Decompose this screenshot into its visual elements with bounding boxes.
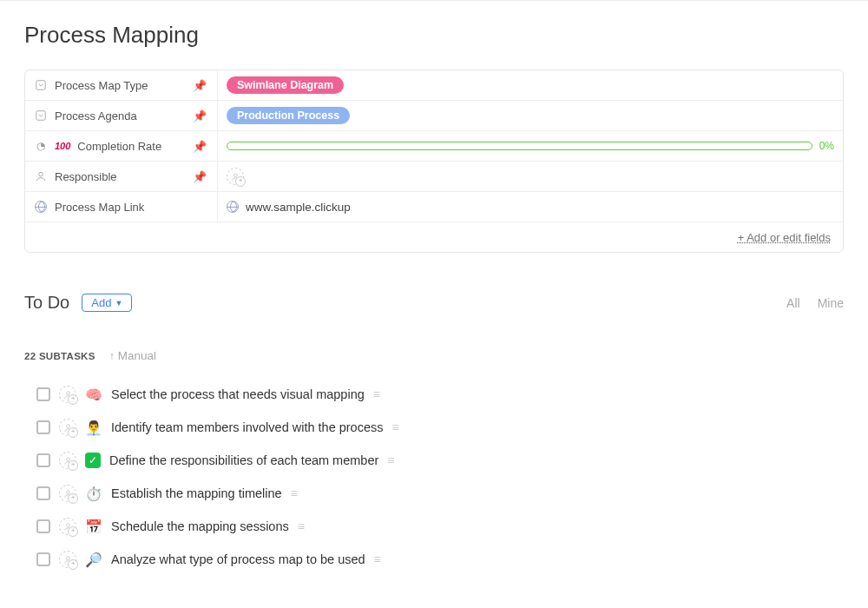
tag-production-process[interactable]: Production Process xyxy=(227,107,350,124)
add-or-edit-fields-link[interactable]: + Add or edit fields xyxy=(738,231,831,244)
subtask-title[interactable]: Establish the mapping timeline xyxy=(111,486,282,500)
subtask-emoji-icon: 📅 xyxy=(85,519,102,535)
field-process-agenda[interactable]: Process Agenda 📌 Production Process xyxy=(25,101,843,131)
assign-user-icon[interactable] xyxy=(59,518,76,535)
field-responsible[interactable]: Responsible 📌 xyxy=(25,162,843,192)
check-badge-icon: ✓ xyxy=(85,453,101,468)
field-value[interactable]: Production Process xyxy=(218,101,843,130)
fields-footer-row: + Add or edit fields xyxy=(25,222,843,252)
field-value[interactable]: www.sample.clickup xyxy=(218,192,843,221)
subtask-row[interactable]: 🔎Analyze what type of process map to be … xyxy=(36,543,844,576)
subtasks-meta: 22 Subtasks ↑ Manual xyxy=(24,349,844,362)
subtask-checkbox[interactable] xyxy=(36,420,50,434)
svg-point-4 xyxy=(66,391,69,394)
subtask-title[interactable]: Define the responsibilities of each team… xyxy=(109,453,378,467)
subtask-list: 🧠Select the process that needs visual ma… xyxy=(24,378,844,576)
assign-user-icon[interactable] xyxy=(59,419,76,436)
subtask-title[interactable]: Select the process that needs visual map… xyxy=(111,387,365,401)
todo-heading: To Do xyxy=(24,293,69,313)
description-icon[interactable]: ≡ xyxy=(392,420,398,434)
field-label-cell: Process Agenda 📌 xyxy=(25,101,218,130)
sort-label: Manual xyxy=(118,349,156,362)
description-icon[interactable]: ≡ xyxy=(387,453,392,467)
field-label: Process Agenda xyxy=(55,109,186,122)
filter-mine[interactable]: Mine xyxy=(818,296,844,310)
field-label: Process Map Link xyxy=(55,201,208,214)
assign-user-icon[interactable] xyxy=(59,551,76,568)
svg-point-8 xyxy=(66,523,69,526)
field-process-map-type[interactable]: Process Map Type 📌 Swimlane Diagram xyxy=(25,70,843,101)
field-label-cell: Process Map Type 📌 xyxy=(25,70,218,100)
description-icon[interactable]: ≡ xyxy=(291,486,296,500)
pin-icon[interactable]: 📌 xyxy=(193,109,207,122)
dropdown-field-icon xyxy=(34,109,48,122)
field-value[interactable]: 0% xyxy=(218,131,843,161)
description-icon[interactable]: ≡ xyxy=(373,387,378,401)
field-label: Completion Rate xyxy=(77,140,186,153)
page-title: Process Mapping xyxy=(24,22,844,49)
assign-user-icon[interactable] xyxy=(59,386,76,403)
chevron-down-icon: ▼ xyxy=(115,299,122,307)
subtask-row[interactable]: 📅Schedule the mapping sessions≡ xyxy=(36,510,844,543)
field-label-cell: Process Map Link xyxy=(25,192,218,221)
subtask-row[interactable]: 🧠Select the process that needs visual ma… xyxy=(36,378,844,411)
field-process-map-link[interactable]: Process Map Link www.sample.clickup xyxy=(25,192,843,222)
progress-bar-wrap[interactable]: 0% xyxy=(227,140,834,152)
subtask-title[interactable]: Schedule the mapping sessions xyxy=(111,519,289,533)
person-field-icon xyxy=(34,170,48,182)
description-icon[interactable]: ≡ xyxy=(374,552,379,566)
subtask-checkbox[interactable] xyxy=(36,519,50,533)
globe-icon xyxy=(227,201,239,213)
subtask-checkbox[interactable] xyxy=(36,387,50,401)
field-label-cell: ◔ 100 Completion Rate 📌 xyxy=(25,131,218,161)
field-label: Responsible xyxy=(55,170,186,183)
assign-user-icon[interactable] xyxy=(59,452,76,469)
link-text[interactable]: www.sample.clickup xyxy=(246,201,351,214)
arrow-up-icon: ↑ xyxy=(109,350,115,362)
subtask-emoji-icon: 👨‍💼 xyxy=(85,420,102,436)
subtask-checkbox[interactable] xyxy=(36,453,50,467)
svg-point-3 xyxy=(233,173,237,176)
subtask-title[interactable]: Analyze what type of process map to be u… xyxy=(111,552,365,566)
add-button-label: Add xyxy=(91,296,111,309)
todo-filters: All Mine xyxy=(786,296,844,310)
subtask-row[interactable]: 👨‍💼Identify team members involved with t… xyxy=(36,411,844,444)
progress-bar[interactable] xyxy=(227,142,812,150)
add-button[interactable]: Add ▼ xyxy=(82,294,132,312)
assign-user-icon[interactable] xyxy=(227,168,244,185)
svg-point-2 xyxy=(39,172,43,176)
pin-icon[interactable]: 📌 xyxy=(193,140,207,153)
filter-all[interactable]: All xyxy=(786,296,800,310)
field-completion-rate[interactable]: ◔ 100 Completion Rate 📌 0% xyxy=(25,131,843,162)
tag-swimlane[interactable]: Swimlane Diagram xyxy=(227,76,344,94)
svg-rect-1 xyxy=(36,111,46,121)
subtask-emoji-icon: ⏱️ xyxy=(85,486,102,502)
field-label-cell: Responsible 📌 xyxy=(25,162,218,191)
custom-fields-panel: Process Map Type 📌 Swimlane Diagram Proc… xyxy=(24,69,844,253)
sort-manual[interactable]: ↑ Manual xyxy=(109,349,156,362)
svg-point-6 xyxy=(66,457,69,460)
progress-field-icon: ◔ xyxy=(34,140,48,152)
assign-user-icon[interactable] xyxy=(59,485,76,502)
subtask-emoji-icon: 🔎 xyxy=(85,552,102,568)
todo-section-header: To Do Add ▼ All Mine xyxy=(24,293,844,313)
pin-icon[interactable]: 📌 xyxy=(193,170,207,183)
subtask-emoji-icon: 🧠 xyxy=(85,387,102,403)
field-label: Process Map Type xyxy=(55,79,186,92)
description-icon[interactable]: ≡ xyxy=(298,519,303,533)
subtask-title[interactable]: Identify team members involved with the … xyxy=(111,420,384,434)
globe-field-icon xyxy=(34,201,48,213)
field-value[interactable]: Swimlane Diagram xyxy=(218,70,843,100)
subtask-checkbox[interactable] xyxy=(36,552,50,566)
dropdown-field-icon xyxy=(34,79,48,91)
subtasks-count: 22 Subtasks xyxy=(24,351,95,361)
pin-icon[interactable]: 📌 xyxy=(193,79,207,92)
subtask-row[interactable]: ⏱️Establish the mapping timeline≡ xyxy=(36,477,844,510)
field-value[interactable] xyxy=(218,162,843,191)
hundred-emoji-icon: 100 xyxy=(55,141,70,151)
svg-rect-0 xyxy=(36,81,46,90)
svg-point-5 xyxy=(66,424,69,427)
progress-percent: 0% xyxy=(819,140,834,152)
subtask-checkbox[interactable] xyxy=(36,486,50,500)
subtask-row[interactable]: ✓Define the responsibilities of each tea… xyxy=(36,444,844,477)
